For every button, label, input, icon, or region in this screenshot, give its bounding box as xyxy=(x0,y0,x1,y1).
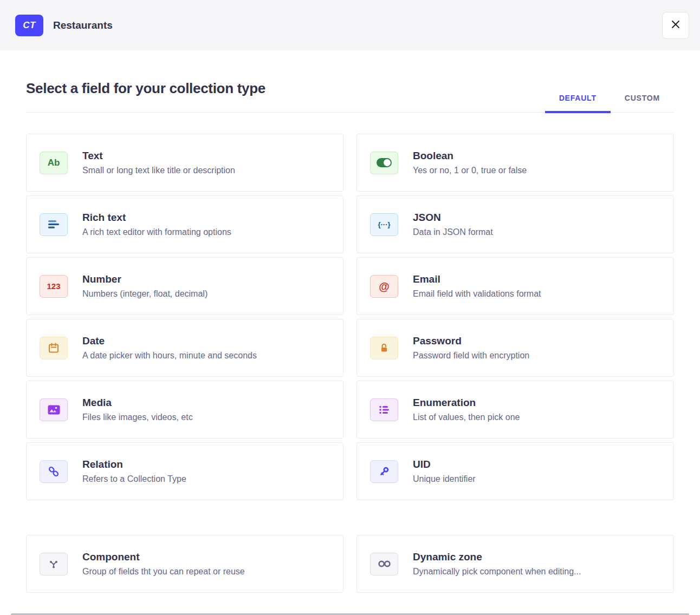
field-card-component[interactable]: ComponentGroup of fields tht you can rep… xyxy=(26,535,343,593)
password-lock-icon xyxy=(370,337,398,359)
boolean-toggle-icon xyxy=(370,152,398,174)
field-card-text: Dynamic zoneDynamically pick component w… xyxy=(413,551,581,577)
text-icon: Ab xyxy=(40,152,68,174)
field-grid-advanced: ComponentGroup of fields tht you can rep… xyxy=(26,535,674,593)
dynamic-zone-icon xyxy=(370,553,398,575)
field-title: Dynamic zone xyxy=(413,551,581,563)
field-description: Small or long text like title or descrip… xyxy=(82,166,235,175)
field-title: JSON xyxy=(413,212,493,224)
field-card-relation[interactable]: RelationRefers to a Collection Type xyxy=(26,442,343,500)
field-description: Dynamically pick component when editing.… xyxy=(413,567,581,577)
field-card-text: PasswordPassword field with encryption xyxy=(413,335,529,361)
field-card-text: MediaFiles like images, videos, etc xyxy=(82,397,193,422)
field-card-text: UIDUnique identifier xyxy=(413,459,476,484)
field-description: Password field with encryption xyxy=(413,351,529,361)
field-description: A rich text editor with formating option… xyxy=(82,227,231,237)
field-description: Data in JSON format xyxy=(413,227,493,237)
field-card-text: ComponentGroup of fields tht you can rep… xyxy=(82,551,245,577)
field-title: Relation xyxy=(82,459,186,470)
field-title: Text xyxy=(82,150,235,162)
field-card-text[interactable]: AbTextSmall or long text like title or d… xyxy=(26,134,343,192)
field-card-text: BooleanYes or no, 1 or 0, true or false xyxy=(413,150,527,175)
field-card-text: DateA date picker with hours, minute and… xyxy=(82,335,257,361)
field-card-media[interactable]: MediaFiles like images, videos, etc xyxy=(26,381,343,439)
field-card-password[interactable]: PasswordPassword field with encryption xyxy=(357,319,674,377)
field-description: Refers to a Collection Type xyxy=(82,474,186,484)
field-description: Numbers (integer, float, decimal) xyxy=(82,289,208,299)
field-description: A date picker with hours, minute and sec… xyxy=(82,351,257,361)
close-icon xyxy=(671,19,680,31)
field-description: Files like images, videos, etc xyxy=(82,413,193,422)
enumeration-icon xyxy=(370,398,398,421)
field-card-uid[interactable]: UIDUnique identifier xyxy=(357,442,674,500)
field-title: Component xyxy=(82,551,245,563)
field-description: Yes or no, 1 or 0, true or false xyxy=(413,166,527,175)
field-card-text: RelationRefers to a Collection Type xyxy=(82,459,186,484)
field-card-email[interactable]: @EmailEmail field with validations forma… xyxy=(357,257,674,315)
field-title: Boolean xyxy=(413,150,527,162)
json-icon: {···} xyxy=(370,213,398,236)
modal-body: Select a field for your collection type … xyxy=(0,80,700,593)
field-card-date[interactable]: DateA date picker with hours, minute and… xyxy=(26,319,343,377)
component-icon xyxy=(40,553,68,575)
tab-default[interactable]: DEFAULT xyxy=(545,94,611,112)
field-description: Group of fields tht you can repeat or re… xyxy=(82,567,245,577)
field-card-number[interactable]: 123NumberNumbers (integer, float, decima… xyxy=(26,257,343,315)
field-description: List of values, then pick one xyxy=(413,413,520,422)
media-icon xyxy=(40,398,68,421)
field-card-text: JSONData in JSON format xyxy=(413,212,493,237)
field-grid-default: AbTextSmall or long text like title or d… xyxy=(26,134,674,500)
field-card-text: NumberNumbers (integer, float, decimal) xyxy=(82,273,208,299)
field-card-boolean[interactable]: BooleanYes or no, 1 or 0, true or false xyxy=(357,134,674,192)
rich-text-icon xyxy=(40,213,68,236)
tabs: DEFAULT CUSTOM xyxy=(545,94,674,112)
field-title: Rich text xyxy=(82,212,231,224)
field-card-json[interactable]: {···}JSONData in JSON format xyxy=(357,195,674,253)
field-card-text: TextSmall or long text like title or des… xyxy=(82,150,235,175)
date-icon xyxy=(40,337,68,359)
field-title: Date xyxy=(82,335,257,347)
field-title: Number xyxy=(82,273,208,285)
modal-header: CT Restaurants xyxy=(0,0,700,50)
modal-title: Restaurants xyxy=(53,19,113,31)
field-title: Email xyxy=(413,273,541,285)
collection-type-badge: CT xyxy=(15,15,43,36)
close-button[interactable] xyxy=(662,12,689,39)
field-card-text: EnumerationList of values, then pick one xyxy=(413,397,520,422)
field-card-enumeration[interactable]: EnumerationList of values, then pick one xyxy=(357,381,674,439)
uid-key-icon xyxy=(370,460,398,483)
titlebar: Select a field for your collection type … xyxy=(26,80,674,113)
field-card-rich-text[interactable]: Rich textA rich text editor with formati… xyxy=(26,195,343,253)
field-card-text: Rich textA rich text editor with formati… xyxy=(82,212,231,237)
field-title: Password xyxy=(413,335,529,347)
tab-custom[interactable]: CUSTOM xyxy=(611,94,674,112)
field-card-dynamic-zone[interactable]: Dynamic zoneDynamically pick component w… xyxy=(357,535,674,593)
field-title: Enumeration xyxy=(413,397,520,409)
field-description: Email field with validations format xyxy=(413,289,541,299)
field-card-text: EmailEmail field with validations format xyxy=(413,273,541,299)
field-description: Unique identifier xyxy=(413,474,476,484)
field-title: UID xyxy=(413,459,476,470)
field-title: Media xyxy=(82,397,193,409)
page-title: Select a field for your collection type xyxy=(26,80,265,112)
number-icon: 123 xyxy=(40,275,68,298)
email-icon: @ xyxy=(370,275,398,298)
relation-link-icon xyxy=(40,460,68,483)
